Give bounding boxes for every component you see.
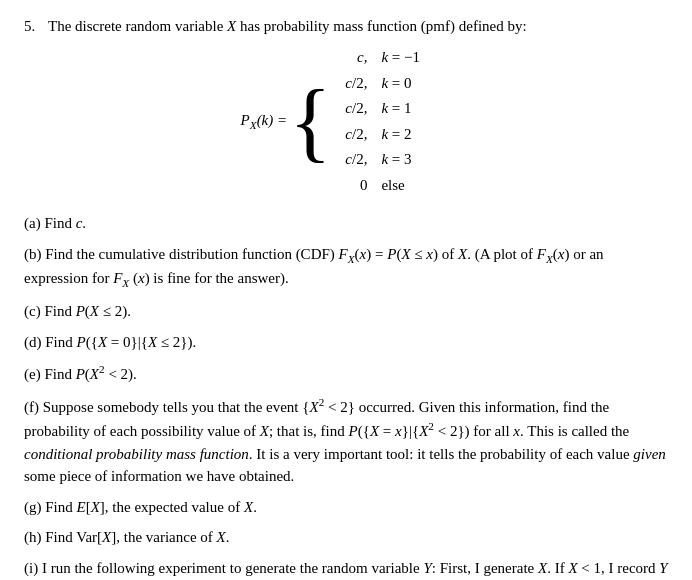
part-g-text: (g) Find E[X], the expected value of X.	[24, 499, 257, 515]
pmf-cond-1: k = −1	[381, 45, 451, 71]
pmf-val-2: c/2,	[337, 71, 367, 97]
pmf-val-1: c,	[337, 45, 367, 71]
pmf-val-3: c/2,	[337, 96, 367, 122]
question-number: 5.	[24, 18, 42, 35]
part-c-text: (c) Find P(X ≤ 2).	[24, 303, 131, 319]
pmf-case-3: c/2, k = 1	[337, 96, 451, 122]
pmf-val-6: 0	[337, 173, 367, 199]
pmf-cases: c, k = −1 c/2, k = 0 c/2, k = 1 c/2, k =…	[337, 45, 451, 198]
pmf-case-4: c/2, k = 2	[337, 122, 451, 148]
pmf-block: PX(k) = { c, k = −1 c/2, k = 0 c/2, k = …	[24, 45, 668, 198]
part-e-text: (e) Find P(X2 < 2).	[24, 366, 137, 382]
pmf-cond-2: k = 0	[381, 71, 451, 97]
pmf-cond-4: k = 2	[381, 122, 451, 148]
part-b: (b) Find the cumulative distribution fun…	[24, 243, 668, 293]
pmf-cond-3: k = 1	[381, 96, 451, 122]
part-g: (g) Find E[X], the expected value of X.	[24, 496, 668, 519]
question-container: 5. The discrete random variable X has pr…	[24, 18, 668, 580]
part-h: (h) Find Var[X], the variance of X.	[24, 526, 668, 549]
part-i-text: (i) I run the following experiment to ge…	[24, 560, 668, 580]
part-d-text: (d) Find P({X = 0}|{X ≤ 2}).	[24, 334, 196, 350]
part-i: (i) I run the following experiment to ge…	[24, 557, 668, 580]
part-f: (f) Suppose somebody tells you that the …	[24, 394, 668, 488]
pmf-val-5: c/2,	[337, 147, 367, 173]
question-header: 5. The discrete random variable X has pr…	[24, 18, 668, 35]
part-e: (e) Find P(X2 < 2).	[24, 361, 668, 386]
part-f-text: (f) Suppose somebody tells you that the …	[24, 399, 666, 485]
part-b-text: (b) Find the cumulative distribution fun…	[24, 246, 604, 287]
pmf-label: PX(k) =	[241, 112, 288, 131]
left-brace: {	[289, 78, 331, 166]
pmf-cond-6: else	[381, 173, 451, 199]
part-d: (d) Find P({X = 0}|{X ≤ 2}).	[24, 331, 668, 354]
part-h-text: (h) Find Var[X], the variance of X.	[24, 529, 230, 545]
pmf-case-5: c/2, k = 3	[337, 147, 451, 173]
pmf-cond-5: k = 3	[381, 147, 451, 173]
part-a: (a) Find c.	[24, 212, 668, 235]
pmf-case-2: c/2, k = 0	[337, 71, 451, 97]
pmf-case-1: c, k = −1	[337, 45, 451, 71]
question-intro: The discrete random variable X has proba…	[48, 18, 527, 35]
part-a-label: (a) Find c.	[24, 215, 86, 231]
part-c: (c) Find P(X ≤ 2).	[24, 300, 668, 323]
pmf-val-4: c/2,	[337, 122, 367, 148]
pmf-case-6: 0 else	[337, 173, 451, 199]
